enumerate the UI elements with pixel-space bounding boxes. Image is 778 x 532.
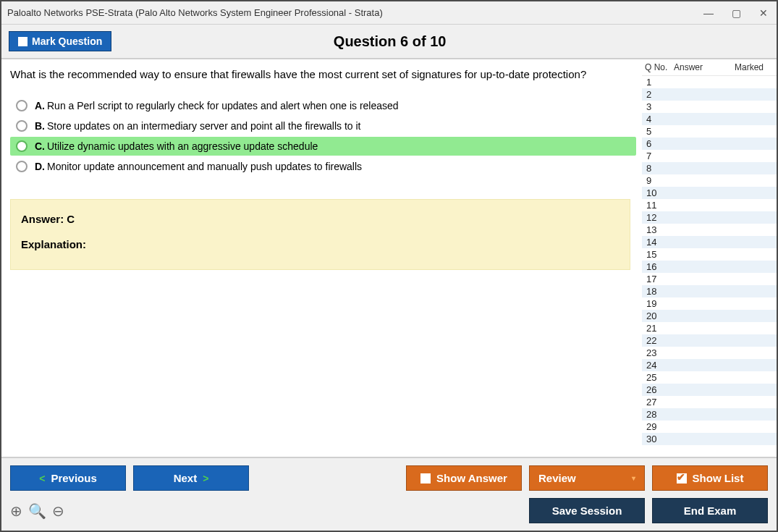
- question-list-row[interactable]: 28: [642, 408, 777, 421]
- question-list-row[interactable]: 25: [642, 371, 777, 384]
- close-icon[interactable]: ✕: [756, 7, 771, 19]
- question-list-row[interactable]: 18: [642, 285, 777, 297]
- question-list-row[interactable]: 13: [642, 224, 777, 236]
- answer-card: Answer: C Explanation:: [10, 199, 630, 270]
- question-list[interactable]: 1234567891011121314151617181920212223242…: [642, 76, 777, 457]
- option-a[interactable]: A.Run a Perl script to regularly check f…: [10, 96, 636, 115]
- option-c[interactable]: C.Utilize dynamic updates with an aggres…: [10, 137, 636, 156]
- question-list-row[interactable]: 6: [642, 138, 777, 150]
- question-list-row[interactable]: 5: [642, 125, 777, 138]
- zoom-out-icon[interactable]: ⊖: [52, 502, 64, 520]
- chevron-down-icon: ▾: [632, 474, 635, 482]
- question-list-row[interactable]: 9: [642, 174, 777, 187]
- previous-button[interactable]: < Previous: [10, 465, 126, 491]
- mark-question-button[interactable]: Mark Question: [9, 31, 111, 51]
- question-text: What is the recommended way to ensure th…: [10, 68, 636, 80]
- question-list-row[interactable]: 29: [642, 421, 777, 433]
- checkbox-icon: [420, 473, 431, 484]
- option-d[interactable]: D.Monitor update announcement and manual…: [10, 157, 636, 176]
- show-answer-button[interactable]: Show Answer: [406, 465, 522, 491]
- question-list-panel: Q No. Answer Marked 12345678910111213141…: [642, 59, 777, 457]
- explanation-label: Explanation:: [21, 238, 620, 250]
- question-number: Question 6 of 10: [111, 33, 668, 50]
- radio-icon: [16, 100, 28, 111]
- question-list-row[interactable]: 14: [642, 236, 777, 248]
- save-session-button[interactable]: Save Session: [529, 498, 645, 523]
- question-list-row[interactable]: 15: [642, 248, 777, 261]
- checkbox-checked-icon: [677, 473, 687, 484]
- answer-line: Answer: C: [21, 213, 620, 225]
- minimize-icon[interactable]: —: [701, 7, 716, 19]
- question-list-row[interactable]: 7: [642, 150, 777, 162]
- question-list-row[interactable]: 4: [642, 113, 777, 125]
- question-list-row[interactable]: 19: [642, 297, 777, 310]
- col-answer: Answer: [674, 62, 724, 72]
- option-b[interactable]: B.Store updates on an intermediary serve…: [10, 117, 636, 135]
- checkbox-icon: [18, 37, 28, 46]
- question-list-row[interactable]: 1: [642, 76, 777, 88]
- question-list-row[interactable]: 10: [642, 187, 777, 199]
- question-list-row[interactable]: 27: [642, 396, 777, 408]
- question-list-row[interactable]: 23: [642, 347, 777, 359]
- question-list-row[interactable]: 11: [642, 199, 777, 211]
- zoom-reset-icon[interactable]: 🔍: [28, 502, 46, 520]
- question-area: What is the recommended way to ensure th…: [1, 59, 642, 457]
- chevron-right-icon: >: [203, 473, 208, 484]
- col-qno: Q No.: [645, 62, 674, 72]
- question-list-row[interactable]: 12: [642, 211, 777, 224]
- question-list-row[interactable]: 21: [642, 322, 777, 334]
- question-list-row[interactable]: 30: [642, 433, 777, 445]
- review-button[interactable]: Review ▾: [529, 465, 645, 491]
- question-list-row[interactable]: 16: [642, 261, 777, 273]
- question-list-row[interactable]: 26: [642, 384, 777, 396]
- question-list-row[interactable]: 24: [642, 359, 777, 371]
- radio-icon: [16, 120, 28, 132]
- mark-question-label: Mark Question: [32, 35, 102, 47]
- radio-icon: [16, 161, 28, 172]
- question-list-row[interactable]: 22: [642, 334, 777, 347]
- question-list-row[interactable]: 8: [642, 162, 777, 174]
- zoom-in-icon[interactable]: ⊕: [10, 502, 22, 520]
- window-title: Paloalto Networks PSE-Strata (Palo Alto …: [7, 7, 701, 18]
- maximize-icon[interactable]: ▢: [729, 7, 743, 19]
- question-list-row[interactable]: 2: [642, 88, 777, 101]
- show-list-button[interactable]: Show List: [652, 465, 768, 491]
- radio-icon: [16, 140, 28, 152]
- question-list-row[interactable]: 20: [642, 310, 777, 322]
- col-marked: Marked: [724, 62, 774, 72]
- question-list-row[interactable]: 3: [642, 101, 777, 113]
- next-button[interactable]: Next >: [133, 465, 249, 491]
- end-exam-button[interactable]: End Exam: [652, 498, 768, 523]
- chevron-left-icon: <: [39, 473, 45, 484]
- question-list-row[interactable]: 17: [642, 273, 777, 285]
- title-bar: Paloalto Networks PSE-Strata (Palo Alto …: [1, 1, 777, 25]
